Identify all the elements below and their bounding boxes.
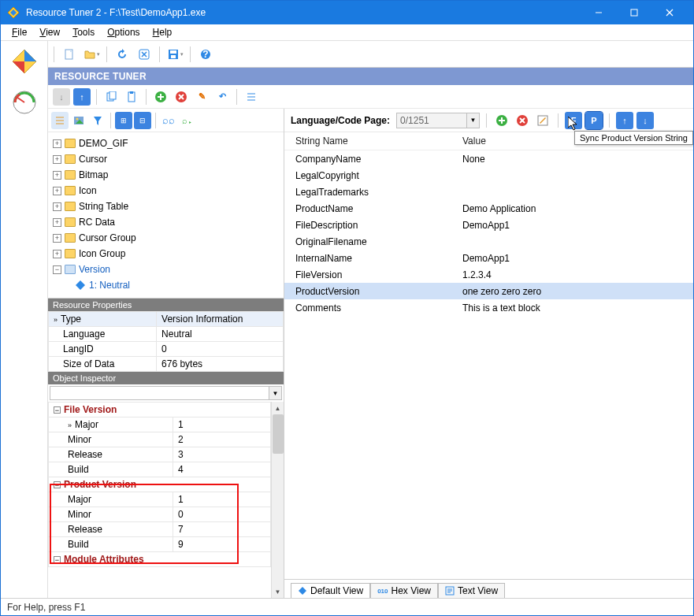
filter-icon[interactable] bbox=[89, 112, 106, 129]
view-tabs: Default View 010Hex View Text View bbox=[284, 579, 693, 598]
language-combo[interactable]: ▼ bbox=[396, 113, 480, 128]
col-string-name[interactable]: String Name bbox=[295, 135, 462, 147]
menu-options[interactable]: Options bbox=[101, 25, 146, 39]
grid-row[interactable]: ProductVersionone zero zero zero bbox=[284, 283, 693, 299]
svg-marker-40 bbox=[76, 280, 85, 290]
find-next-icon[interactable]: ⌕▸ bbox=[179, 112, 196, 129]
inspector-group-product-version[interactable]: −Product Version bbox=[49, 477, 271, 492]
menu-help[interactable]: Help bbox=[147, 25, 179, 39]
tree-item[interactable]: +Cursor Group bbox=[50, 230, 282, 246]
inspector-row[interactable]: Release3 bbox=[49, 447, 271, 462]
undo-icon[interactable]: ↶ bbox=[213, 88, 231, 106]
sync-file-version-button[interactable]: F bbox=[565, 112, 582, 129]
inspector-group-module-attributes[interactable]: −Module Attributes bbox=[49, 552, 271, 567]
menu-tools[interactable]: Tools bbox=[66, 25, 101, 39]
remove-string-icon[interactable] bbox=[514, 112, 531, 129]
expand-icon[interactable]: ⊞ bbox=[115, 112, 132, 129]
grid-row[interactable]: LegalCopyright bbox=[284, 167, 693, 184]
titlebar: Resource Tuner 2 - F:\Test\DemoApp1.exe bbox=[1, 1, 693, 24]
menu-view[interactable]: View bbox=[33, 25, 66, 39]
close-button[interactable] bbox=[651, 1, 687, 24]
inspector-row[interactable]: »Major1 bbox=[49, 417, 271, 432]
inspector-row[interactable]: Build9 bbox=[49, 537, 271, 552]
copy-icon[interactable] bbox=[102, 88, 120, 106]
edit-string-icon[interactable] bbox=[534, 112, 551, 129]
save-icon[interactable]: ▾ bbox=[165, 45, 184, 64]
inspector-row[interactable]: Minor2 bbox=[49, 432, 271, 447]
property-row[interactable]: »TypeVersion Information bbox=[49, 312, 284, 327]
properties-header: Resource Properties bbox=[48, 299, 284, 311]
property-row[interactable]: Size of Data676 bytes bbox=[49, 357, 284, 372]
property-row[interactable]: LanguageNeutral bbox=[49, 327, 284, 342]
tree-item-version-neutral[interactable]: 1: Neutral bbox=[50, 277, 282, 293]
property-row[interactable]: LangID0 bbox=[49, 342, 284, 357]
resource-tree[interactable]: +DEMO_GIF +Cursor +Bitmap +Icon +String … bbox=[48, 132, 284, 298]
language-combo-input[interactable] bbox=[396, 113, 467, 128]
gutter-gauge-icon[interactable] bbox=[10, 88, 39, 117]
language-label: Language/Code Page: bbox=[291, 115, 390, 126]
grid-row[interactable]: InternalNameDemoApp1 bbox=[284, 250, 693, 266]
up-arrow-icon[interactable]: ↑ bbox=[73, 88, 91, 106]
tree-view-icon[interactable] bbox=[51, 112, 69, 129]
new-file-icon[interactable] bbox=[60, 45, 79, 64]
grid-row[interactable]: LegalTrademarks bbox=[284, 184, 693, 200]
menu-file[interactable]: File bbox=[6, 25, 33, 39]
object-inspector[interactable]: −File Version »Major1 Minor2 Release3 Bu… bbox=[48, 402, 284, 598]
delete-icon[interactable] bbox=[173, 88, 190, 106]
grid-row[interactable]: CommentsThis is a text block bbox=[284, 299, 693, 316]
close-file-icon[interactable] bbox=[135, 45, 154, 64]
tree-item[interactable]: +DEMO_GIF bbox=[50, 135, 282, 151]
grid-row[interactable]: FileDescriptionDemoApp1 bbox=[284, 217, 693, 233]
move-up-icon[interactable]: ↑ bbox=[616, 112, 633, 129]
inspector-group-file-version[interactable]: −File Version bbox=[49, 403, 271, 417]
gutter-diamond-icon[interactable] bbox=[10, 47, 39, 76]
tree-item[interactable]: +RC Data bbox=[50, 214, 282, 230]
grid-row[interactable]: CompanyNameNone bbox=[284, 150, 693, 167]
image-view-icon[interactable] bbox=[70, 112, 87, 129]
inspector-row[interactable]: Release7 bbox=[49, 522, 271, 537]
string-grid[interactable]: CompanyNameNoneLegalCopyrightLegalTradem… bbox=[284, 150, 693, 579]
add-icon[interactable] bbox=[152, 88, 169, 106]
grid-row[interactable]: FileVersion1.2.3.4 bbox=[284, 266, 693, 283]
tab-text-view[interactable]: Text View bbox=[438, 583, 505, 598]
down-arrow-icon[interactable]: ↓ bbox=[53, 88, 70, 106]
refresh-icon[interactable] bbox=[113, 45, 132, 64]
inspector-row[interactable]: Build4 bbox=[49, 462, 271, 477]
tree-item[interactable]: +Icon Group bbox=[50, 246, 282, 262]
grid-row[interactable]: OriginalFilename bbox=[284, 233, 693, 250]
tree-item-version[interactable]: −Version bbox=[50, 262, 282, 277]
inspector-search-dropdown[interactable]: ▼ bbox=[269, 386, 282, 400]
inspector-scrollbar[interactable]: ▲ ▼ bbox=[271, 402, 284, 598]
scroll-down-icon[interactable]: ▼ bbox=[272, 585, 284, 598]
col-value[interactable]: Value bbox=[462, 135, 486, 147]
tree-item[interactable]: +String Table bbox=[50, 199, 282, 214]
svg-marker-39 bbox=[94, 117, 102, 125]
tree-item[interactable]: +Cursor bbox=[50, 151, 282, 167]
rename-icon[interactable]: ✎ bbox=[193, 88, 210, 106]
collapse-icon[interactable]: ⊟ bbox=[134, 112, 151, 129]
paste-icon[interactable] bbox=[123, 88, 140, 106]
maximize-button[interactable] bbox=[616, 1, 651, 24]
grid-row[interactable]: ProductNameDemo Application bbox=[284, 200, 693, 217]
scroll-up-icon[interactable]: ▲ bbox=[272, 402, 284, 414]
scroll-thumb[interactable] bbox=[273, 414, 284, 454]
minimize-button[interactable] bbox=[581, 1, 616, 24]
inspector-row[interactable]: Major1 bbox=[49, 492, 271, 507]
tree-item[interactable]: +Icon bbox=[50, 183, 282, 199]
help-icon[interactable]: ? bbox=[196, 45, 215, 64]
find-icon[interactable]: ⌕⌕ bbox=[160, 112, 177, 129]
add-string-icon[interactable] bbox=[493, 112, 510, 129]
tab-hex-view[interactable]: 010Hex View bbox=[370, 583, 438, 598]
move-down-icon[interactable]: ↓ bbox=[636, 112, 654, 129]
svg-marker-30 bbox=[24, 50, 36, 61]
inspector-row[interactable]: Minor0 bbox=[49, 507, 271, 522]
open-folder-icon[interactable]: ▾ bbox=[82, 45, 101, 64]
sync-product-version-button[interactable]: P bbox=[585, 112, 603, 129]
tree-item[interactable]: +Bitmap bbox=[50, 167, 282, 183]
list-icon[interactable] bbox=[243, 88, 260, 106]
inspector-search-input[interactable] bbox=[50, 386, 269, 400]
statusbar: For Help, press F1 bbox=[1, 598, 693, 615]
tab-default-view[interactable]: Default View bbox=[291, 583, 370, 598]
chevron-down-icon[interactable]: ▼ bbox=[467, 113, 480, 128]
inspector-header: Object Inspector bbox=[48, 372, 284, 384]
